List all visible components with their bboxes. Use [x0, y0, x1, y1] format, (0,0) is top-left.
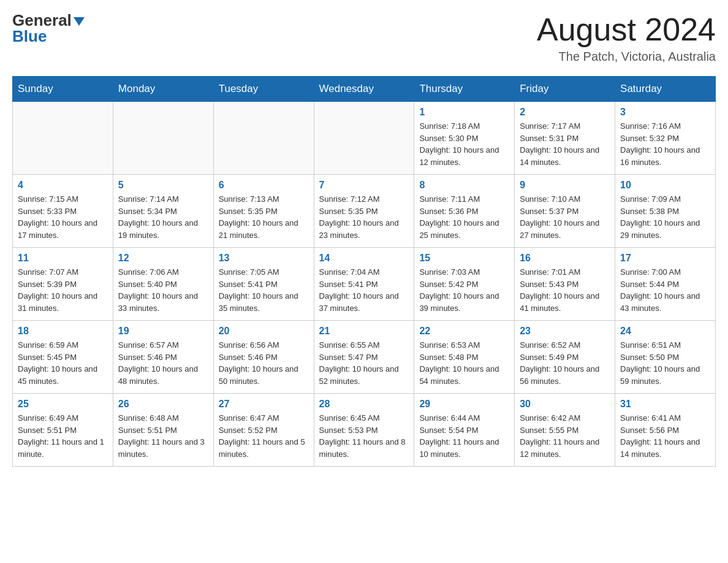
calendar-cell: 19Sunrise: 6:57 AM Sunset: 5:46 PM Dayli… — [113, 321, 213, 394]
calendar-cell — [213, 102, 314, 175]
calendar-cell: 9Sunrise: 7:10 AM Sunset: 5:37 PM Daylig… — [515, 175, 615, 248]
day-info: Sunrise: 6:48 AM Sunset: 5:51 PM Dayligh… — [118, 412, 208, 460]
day-info: Sunrise: 6:45 AM Sunset: 5:53 PM Dayligh… — [319, 412, 409, 460]
day-info: Sunrise: 7:15 AM Sunset: 5:33 PM Dayligh… — [18, 193, 108, 241]
day-number: 24 — [620, 326, 710, 337]
calendar-header-row: SundayMondayTuesdayWednesdayThursdayFrid… — [13, 77, 716, 102]
day-number: 14 — [319, 253, 409, 264]
calendar-cell: 11Sunrise: 7:07 AM Sunset: 5:39 PM Dayli… — [13, 248, 113, 321]
logo-general-text: General — [12, 12, 72, 28]
calendar-cell: 15Sunrise: 7:03 AM Sunset: 5:42 PM Dayli… — [414, 248, 515, 321]
day-number: 20 — [219, 326, 309, 337]
day-number: 15 — [419, 253, 509, 264]
logo-line1: General — [12, 12, 85, 28]
calendar-cell: 1Sunrise: 7:18 AM Sunset: 5:30 PM Daylig… — [414, 102, 515, 175]
day-number: 26 — [118, 399, 208, 410]
day-info: Sunrise: 7:17 AM Sunset: 5:31 PM Dayligh… — [520, 120, 610, 168]
day-info: Sunrise: 6:52 AM Sunset: 5:49 PM Dayligh… — [520, 339, 610, 387]
day-info: Sunrise: 7:18 AM Sunset: 5:30 PM Dayligh… — [419, 120, 509, 168]
day-info: Sunrise: 7:03 AM Sunset: 5:42 PM Dayligh… — [419, 266, 509, 314]
day-info: Sunrise: 6:53 AM Sunset: 5:48 PM Dayligh… — [419, 339, 509, 387]
day-info: Sunrise: 6:57 AM Sunset: 5:46 PM Dayligh… — [118, 339, 208, 387]
day-info: Sunrise: 6:55 AM Sunset: 5:47 PM Dayligh… — [319, 339, 409, 387]
calendar-cell: 25Sunrise: 6:49 AM Sunset: 5:51 PM Dayli… — [13, 394, 113, 467]
day-info: Sunrise: 7:06 AM Sunset: 5:40 PM Dayligh… — [118, 266, 208, 314]
calendar-cell: 12Sunrise: 7:06 AM Sunset: 5:40 PM Dayli… — [113, 248, 213, 321]
day-number: 10 — [620, 180, 710, 191]
calendar-week-2: 4Sunrise: 7:15 AM Sunset: 5:33 PM Daylig… — [13, 175, 716, 248]
calendar-cell: 26Sunrise: 6:48 AM Sunset: 5:51 PM Dayli… — [113, 394, 213, 467]
day-number: 3 — [620, 107, 710, 118]
calendar-cell: 2Sunrise: 7:17 AM Sunset: 5:31 PM Daylig… — [515, 102, 615, 175]
calendar-week-1: 1Sunrise: 7:18 AM Sunset: 5:30 PM Daylig… — [13, 102, 716, 175]
day-info: Sunrise: 7:05 AM Sunset: 5:41 PM Dayligh… — [219, 266, 309, 314]
day-info: Sunrise: 7:07 AM Sunset: 5:39 PM Dayligh… — [18, 266, 108, 314]
day-info: Sunrise: 6:49 AM Sunset: 5:51 PM Dayligh… — [18, 412, 108, 460]
day-header-monday: Monday — [113, 77, 213, 102]
location: The Patch, Victoria, Australia — [537, 50, 716, 64]
calendar-cell: 21Sunrise: 6:55 AM Sunset: 5:47 PM Dayli… — [314, 321, 414, 394]
calendar-cell: 4Sunrise: 7:15 AM Sunset: 5:33 PM Daylig… — [13, 175, 113, 248]
day-number: 11 — [18, 253, 108, 264]
calendar-cell: 8Sunrise: 7:11 AM Sunset: 5:36 PM Daylig… — [414, 175, 515, 248]
day-header-friday: Friday — [515, 77, 615, 102]
day-number: 5 — [118, 180, 208, 191]
calendar-cell: 16Sunrise: 7:01 AM Sunset: 5:43 PM Dayli… — [515, 248, 615, 321]
day-number: 12 — [118, 253, 208, 264]
calendar-cell: 23Sunrise: 6:52 AM Sunset: 5:49 PM Dayli… — [515, 321, 615, 394]
day-number: 25 — [18, 399, 108, 410]
calendar-cell: 14Sunrise: 7:04 AM Sunset: 5:41 PM Dayli… — [314, 248, 414, 321]
day-info: Sunrise: 7:10 AM Sunset: 5:37 PM Dayligh… — [520, 193, 610, 241]
day-header-sunday: Sunday — [13, 77, 113, 102]
day-number: 30 — [520, 399, 610, 410]
logo-triangle-icon — [74, 17, 85, 26]
calendar-cell: 3Sunrise: 7:16 AM Sunset: 5:32 PM Daylig… — [615, 102, 716, 175]
day-number: 9 — [520, 180, 610, 191]
day-number: 19 — [118, 326, 208, 337]
day-header-wednesday: Wednesday — [314, 77, 414, 102]
day-info: Sunrise: 7:13 AM Sunset: 5:35 PM Dayligh… — [219, 193, 309, 241]
calendar-cell: 28Sunrise: 6:45 AM Sunset: 5:53 PM Dayli… — [314, 394, 414, 467]
day-info: Sunrise: 6:42 AM Sunset: 5:55 PM Dayligh… — [520, 412, 610, 460]
calendar-cell: 20Sunrise: 6:56 AM Sunset: 5:46 PM Dayli… — [213, 321, 314, 394]
day-number: 23 — [520, 326, 610, 337]
day-number: 17 — [620, 253, 710, 264]
calendar-cell — [314, 102, 414, 175]
day-number: 28 — [319, 399, 409, 410]
calendar-cell: 13Sunrise: 7:05 AM Sunset: 5:41 PM Dayli… — [213, 248, 314, 321]
day-number: 2 — [520, 107, 610, 118]
month-title: August 2024 — [537, 12, 716, 47]
page-header: General Blue August 2024 The Patch, Vict… — [12, 12, 716, 64]
calendar-cell: 6Sunrise: 7:13 AM Sunset: 5:35 PM Daylig… — [213, 175, 314, 248]
day-info: Sunrise: 7:04 AM Sunset: 5:41 PM Dayligh… — [319, 266, 409, 314]
day-header-thursday: Thursday — [414, 77, 515, 102]
day-info: Sunrise: 7:14 AM Sunset: 5:34 PM Dayligh… — [118, 193, 208, 241]
day-info: Sunrise: 7:16 AM Sunset: 5:32 PM Dayligh… — [620, 120, 710, 168]
calendar-cell: 22Sunrise: 6:53 AM Sunset: 5:48 PM Dayli… — [414, 321, 515, 394]
day-number: 31 — [620, 399, 710, 410]
day-info: Sunrise: 7:00 AM Sunset: 5:44 PM Dayligh… — [620, 266, 710, 314]
day-number: 7 — [319, 180, 409, 191]
calendar-cell — [113, 102, 213, 175]
day-header-saturday: Saturday — [615, 77, 716, 102]
day-number: 27 — [219, 399, 309, 410]
day-number: 6 — [219, 180, 309, 191]
calendar-week-5: 25Sunrise: 6:49 AM Sunset: 5:51 PM Dayli… — [13, 394, 716, 467]
day-info: Sunrise: 6:47 AM Sunset: 5:52 PM Dayligh… — [219, 412, 309, 460]
calendar-cell: 17Sunrise: 7:00 AM Sunset: 5:44 PM Dayli… — [615, 248, 716, 321]
day-number: 18 — [18, 326, 108, 337]
calendar-cell — [13, 102, 113, 175]
day-info: Sunrise: 6:51 AM Sunset: 5:50 PM Dayligh… — [620, 339, 710, 387]
title-block: August 2024 The Patch, Victoria, Austral… — [537, 12, 716, 64]
calendar-cell: 29Sunrise: 6:44 AM Sunset: 5:54 PM Dayli… — [414, 394, 515, 467]
calendar-table: SundayMondayTuesdayWednesdayThursdayFrid… — [12, 76, 716, 467]
calendar-cell: 31Sunrise: 6:41 AM Sunset: 5:56 PM Dayli… — [615, 394, 716, 467]
calendar-week-4: 18Sunrise: 6:59 AM Sunset: 5:45 PM Dayli… — [13, 321, 716, 394]
day-info: Sunrise: 6:41 AM Sunset: 5:56 PM Dayligh… — [620, 412, 710, 460]
calendar-cell: 27Sunrise: 6:47 AM Sunset: 5:52 PM Dayli… — [213, 394, 314, 467]
day-info: Sunrise: 7:11 AM Sunset: 5:36 PM Dayligh… — [419, 193, 509, 241]
logo: General Blue — [12, 12, 85, 44]
calendar-week-3: 11Sunrise: 7:07 AM Sunset: 5:39 PM Dayli… — [13, 248, 716, 321]
day-number: 1 — [419, 107, 509, 118]
calendar-cell: 24Sunrise: 6:51 AM Sunset: 5:50 PM Dayli… — [615, 321, 716, 394]
